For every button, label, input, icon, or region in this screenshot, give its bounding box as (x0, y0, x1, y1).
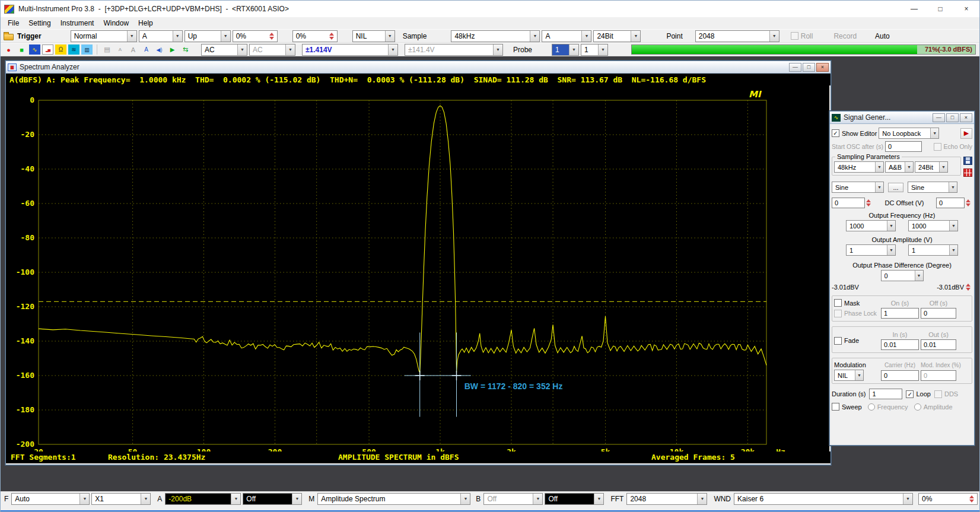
trigger-level-spinner[interactable]: 0% (233, 30, 278, 42)
close-icon[interactable]: × (960, 113, 972, 122)
start-osc-input[interactable]: 0 (885, 141, 922, 152)
fade-out-input[interactable]: 0.01 (921, 339, 956, 350)
auto-button[interactable]: Auto (869, 31, 896, 42)
trigger-edge-select[interactable]: Up▼ (184, 30, 231, 42)
spectrum-mode-select[interactable]: Amplitude Spectrum▼ (317, 493, 470, 505)
duration-input[interactable]: 1 (869, 389, 902, 399)
amplitude-a-select[interactable]: 1▼ (846, 244, 896, 256)
spinner-arrows-icon[interactable] (969, 495, 976, 503)
overlap-spinner[interactable]: 0% (918, 493, 978, 505)
dc-offset-b-input[interactable]: 0 (936, 198, 965, 208)
sweep-amplitude-radio[interactable]: Amplitude (914, 403, 953, 411)
spinner-arrows-icon[interactable] (966, 284, 972, 291)
b-range-select[interactable]: Off▼ (483, 493, 543, 505)
x-multiplier-select[interactable]: X1▼ (91, 493, 151, 505)
waveform-a-select[interactable]: Sine▼ (832, 182, 884, 193)
siggen-bit-depth-select[interactable]: 24Bit▼ (915, 161, 948, 173)
stop-icon[interactable]: ■ (16, 44, 27, 55)
multimeter-icon[interactable]: Ω (55, 44, 66, 55)
save-icon[interactable] (963, 157, 972, 165)
trigger-source-select[interactable]: A▼ (139, 30, 183, 42)
amplitude-b-select[interactable]: 1▼ (908, 244, 958, 256)
range-a-select[interactable]: ±1.414V▼ (302, 44, 398, 56)
frequency-a-select[interactable]: 1000▼ (846, 220, 896, 231)
spinner-arrows-icon[interactable] (329, 33, 336, 40)
a-range-select[interactable]: -200dB▼ (165, 493, 241, 505)
trigger-delay-spinner[interactable]: 0% (292, 30, 338, 42)
roll-checkbox[interactable]: Roll (791, 32, 813, 40)
probe-a-select[interactable]: 1▼ (552, 44, 579, 56)
frequency-b-select[interactable]: 1000▼ (908, 220, 958, 231)
phase-lock-checkbox[interactable]: Phase Lock (834, 310, 879, 317)
dc-offset-a-input[interactable]: 0 (832, 198, 865, 208)
trigger-mode-select[interactable]: Normal▼ (71, 30, 137, 42)
restore-icon[interactable]: □ (803, 63, 815, 72)
data-logger-icon[interactable]: ▥ (81, 44, 93, 55)
spectrum-analyzer-icon[interactable]: ▂▅ (42, 44, 53, 55)
show-editor-checkbox[interactable]: ✓ Show Editor (832, 129, 877, 137)
loopback-mode-select[interactable]: No Loopback▼ (879, 128, 939, 139)
menu-help[interactable]: Help (133, 18, 158, 28)
a-processing-select[interactable]: Off▼ (243, 493, 302, 505)
sample-rate-select[interactable]: 48kHz▼ (451, 30, 540, 42)
coupling-b-select[interactable]: AC▼ (249, 44, 295, 56)
font-increase-icon[interactable]: A (128, 44, 139, 55)
mod-index-input[interactable]: 0 (921, 370, 956, 381)
frequency-axis-mode-select[interactable]: Auto▼ (11, 493, 90, 505)
fade-checkbox[interactable]: Fade (834, 337, 879, 345)
siggen-sample-rate-select[interactable]: 48kHz▼ (834, 161, 884, 173)
point-count-select[interactable]: 2048▼ (695, 30, 779, 42)
loop-checkbox[interactable]: ✓ Loop (906, 390, 930, 398)
spinner-arrows-icon[interactable] (269, 33, 276, 40)
oscilloscope-icon[interactable]: ∿ (29, 44, 40, 55)
probe-b-select[interactable]: 1▼ (581, 44, 608, 56)
menu-setting[interactable]: Setting (24, 18, 55, 28)
more-waveforms-button[interactable]: ... (888, 183, 903, 192)
dds-checkbox[interactable]: DDS (934, 390, 958, 398)
sweep-frequency-radio[interactable]: Frequency (868, 403, 908, 411)
maximize-icon[interactable]: □ (927, 1, 953, 17)
minimize-icon[interactable]: — (789, 63, 801, 72)
close-icon[interactable]: × (816, 63, 829, 72)
echo-only-checkbox[interactable]: Echo Only (934, 143, 972, 151)
coupling-a-select[interactable]: AC▼ (201, 44, 247, 56)
phase-difference-select[interactable]: 0▼ (881, 270, 924, 281)
maximize-icon[interactable]: □ (946, 113, 959, 122)
run-icon[interactable]: ● (3, 44, 14, 55)
sweep-checkbox[interactable]: Sweep (832, 403, 862, 411)
window-function-select[interactable]: Kaiser 6▼ (734, 493, 913, 505)
modulation-type-select[interactable]: NIL▼ (834, 370, 864, 381)
mask-off-input[interactable]: 0 (921, 308, 956, 319)
menu-file[interactable]: File (3, 18, 24, 28)
loopback-icon[interactable]: ⇆ (180, 44, 191, 55)
siggen-window-titlebar[interactable]: ∿ Signal Gener... — □ × (830, 112, 974, 124)
fft-size-select[interactable]: 2048▼ (626, 493, 707, 505)
minimize-icon[interactable]: — (933, 113, 945, 122)
b-processing-select[interactable]: Off▼ (545, 493, 604, 505)
spectrum-3d-plot-icon[interactable]: ≋ (68, 44, 79, 55)
font-decrease-icon[interactable]: A (114, 44, 126, 55)
play-icon[interactable]: ▶ (167, 44, 178, 55)
menu-window[interactable]: Window (98, 18, 133, 28)
waveform-b-select[interactable]: Sine▼ (908, 182, 957, 193)
trigger-frequency-select[interactable]: NIL▼ (352, 30, 395, 42)
carrier-input[interactable]: 0 (881, 370, 919, 381)
mask-checkbox[interactable]: Mask (834, 299, 879, 307)
data-table-icon[interactable] (963, 168, 972, 177)
record-button[interactable]: Record (828, 31, 863, 42)
spectrum-chart[interactable]: 0-20-40-60-80-100-120-140-160-180-200205… (6, 85, 829, 451)
sample-channel-select[interactable]: A▼ (542, 30, 591, 42)
spinner-arrows-icon[interactable] (966, 199, 972, 206)
menu-instrument[interactable]: Instrument (56, 18, 99, 28)
close-icon[interactable]: × (953, 1, 979, 17)
range-b-select[interactable]: ±141.4V▼ (405, 44, 503, 56)
minimize-icon[interactable]: — (901, 1, 927, 17)
fade-in-input[interactable]: 0.01 (881, 339, 919, 350)
siggen-channels-select[interactable]: A&B▼ (885, 161, 914, 173)
spectrum-window-titlebar[interactable]: ▆ Spectrum Analyzer — □ × (6, 61, 831, 74)
bit-depth-select[interactable]: 24Bit▼ (593, 30, 641, 42)
open-folder-icon[interactable] (3, 31, 14, 41)
spinner-arrows-icon[interactable] (866, 199, 873, 206)
label-icon[interactable]: A (141, 44, 152, 55)
siggen-play-icon[interactable]: ▶ (960, 128, 972, 139)
